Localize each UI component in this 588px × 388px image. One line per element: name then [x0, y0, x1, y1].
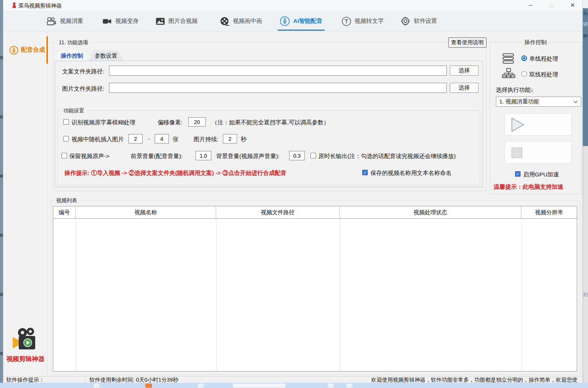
image-folder-path-input[interactable] — [109, 83, 447, 93]
column-header-resolution[interactable]: 视频分辨率 — [521, 206, 577, 218]
insert-images-checkbox[interactable] — [63, 136, 69, 142]
app-brand: 视频剪辑神器 — [3, 328, 48, 363]
column-header-path[interactable]: 视频文件路径 — [216, 206, 340, 218]
save-name-checkbox[interactable]: ✓ — [362, 170, 368, 175]
text-t-icon — [342, 16, 351, 26]
insert-images-unit: 张 — [173, 136, 179, 143]
minimize-button-icon[interactable]: ─ — [522, 0, 539, 10]
film-reel-icon — [220, 16, 230, 26]
video-camera-icon — [102, 17, 112, 25]
edge-text-fragment: 件 — [583, 33, 588, 40]
tab-operation-control[interactable]: 操作控制 — [55, 50, 89, 61]
app-logo-icon — [11, 2, 18, 9]
status-remaining-time: 软件使用剩余时间: 0天0小时1分39秒 — [90, 376, 178, 383]
edge-text-fragment: 刻 — [583, 291, 588, 298]
video-list-table[interactable]: 编号 视频名称 视频文件路径 视频处理状态 视频分辨率 — [53, 206, 577, 372]
offset-pixels-label: 偏移像素: — [158, 119, 182, 127]
maximize-button-icon[interactable]: □ — [543, 0, 560, 10]
function-select[interactable]: 1. 视频消重功能 — [496, 97, 581, 107]
taskbar[interactable] — [0, 383, 588, 388]
text-folder-label: 文案文件夹路径: — [62, 68, 104, 76]
nav-tab-video-transform[interactable]: 视频变身 — [102, 10, 139, 32]
nav-tab-label: 视频变身 — [115, 17, 139, 25]
gear-icon — [400, 16, 410, 26]
tab-parameter-settings[interactable]: 参数设置 — [89, 50, 123, 61]
function-select-label: 选择执行功能↓ — [496, 86, 534, 94]
feature-settings-title: 功能设置 — [61, 107, 86, 114]
nav-tab-video-pip[interactable]: 视频画中画 — [220, 10, 262, 32]
layers-icon — [502, 52, 515, 64]
image-duration-label: 图片持续: — [194, 136, 218, 143]
subtitle-blur-label: 识别视频原字幕模糊处理 — [72, 119, 136, 127]
window-title: 菜鸟视频剪辑神器 — [18, 2, 62, 9]
chevron-down-icon — [573, 100, 578, 103]
save-name-label: 保存的视频名称用文本名称命名 — [370, 169, 452, 177]
main-nav: 视频消重 视频变身 图片合视频 — [3, 10, 582, 32]
nav-tab-video-to-text[interactable]: 视频转文字 — [342, 10, 384, 32]
background-volume-label: 背景音量(视频原声音量): — [216, 152, 280, 160]
function-select-value: 1. 视频消重功能 — [499, 98, 539, 105]
text-folder-browse-button[interactable]: 选择 — [450, 66, 479, 76]
range-separator: - — [148, 136, 150, 142]
offset-note: （注：如果不能完全遮挡字幕,可以调高参数） — [212, 119, 329, 127]
keep-original-audio-label: 保留视频原声-> — [69, 152, 109, 160]
column-header-name[interactable]: 视频名称 — [76, 206, 216, 218]
subtitle-blur-checkbox[interactable] — [63, 119, 69, 125]
nav-tab-settings[interactable]: 软件设置 — [400, 10, 437, 32]
taskbar-item[interactable] — [198, 384, 204, 388]
status-separator — [85, 377, 85, 382]
microphone-icon — [9, 46, 18, 55]
background-volume-input[interactable] — [289, 151, 305, 160]
foreground-volume-label: 前景音量(配音音量): — [131, 152, 183, 160]
image-folder-browse-button[interactable]: 选择 — [450, 83, 479, 93]
video-list-title: 视频列表 — [54, 197, 79, 204]
sidebar-item-label: 配音合成 — [21, 46, 45, 54]
nav-tab-label: 视频转文字 — [355, 17, 384, 25]
close-button-icon[interactable]: ✕ — [564, 0, 581, 10]
edge-text-fragment: 链 — [583, 21, 588, 28]
app-window: 菜鸟视频剪辑神器 ─ □ ✕ 视频消重 视频变身 — [3, 0, 583, 383]
taskbar-item[interactable] — [346, 384, 352, 388]
nav-tab-label: 图片合视频 — [169, 17, 198, 25]
play-icon — [511, 117, 525, 132]
taskbar-item[interactable] — [145, 384, 152, 388]
stop-button[interactable] — [504, 142, 572, 164]
sidebar: 配音合成 视频剪辑神器 — [3, 32, 48, 376]
column-header-status[interactable]: 视频处理状态 — [340, 206, 521, 218]
background-window-gray-area — [583, 146, 588, 383]
offset-pixels-input[interactable] — [188, 117, 206, 127]
edge-text-fragment: 头 — [583, 10, 588, 16]
column-divider — [216, 219, 216, 371]
foreground-volume-input[interactable] — [196, 151, 211, 160]
nav-tab-video-dedup[interactable]: 视频消重 — [46, 10, 83, 32]
single-thread-radio[interactable] — [521, 55, 527, 61]
status-welcome-text: 欢迎使用视频剪辑神器，软件功能非常多，功能都是独立分明的，操作简单，欢迎您使 — [371, 376, 578, 383]
original-length-label: 原时长输出(注：勾选的话配音读完视频还会继续播放) — [318, 152, 456, 160]
nav-tab-ai-dubbing[interactable]: AI智能配音 — [280, 10, 322, 32]
title-bar[interactable]: 菜鸟视频剪辑神器 ─ □ ✕ — [3, 0, 582, 10]
nav-tab-image-to-video[interactable]: 图片合视频 — [155, 10, 198, 32]
insert-images-min-input[interactable] — [128, 134, 143, 143]
taskbar-item[interactable] — [233, 384, 285, 388]
gpu-checkbox[interactable]: ✓ — [515, 171, 521, 177]
function-options-title: 11. 功能选项 — [57, 39, 90, 46]
nav-tab-label: AI智能配音 — [293, 17, 322, 25]
keep-original-audio-checkbox[interactable] — [61, 153, 67, 158]
sidebar-item-dubbing[interactable]: 配音合成 — [3, 36, 48, 64]
status-bar: 软件操作提示： 软件使用剩余时间: 0天0小时1分39秒 欢迎使用视频剪辑神器，… — [3, 376, 582, 383]
help-button[interactable]: 查看使用说明 — [448, 37, 487, 48]
operation-hint: 操作提示: ①导入视频 -> ②选择文案文件夹(随机调用文案) -> ③点击开始… — [64, 169, 286, 177]
start-button[interactable] — [504, 113, 572, 136]
dual-thread-radio[interactable] — [521, 71, 527, 77]
nav-tab-label: 视频消重 — [60, 17, 83, 25]
insert-images-max-input[interactable] — [155, 134, 169, 143]
image-duration-input[interactable] — [223, 134, 237, 143]
taskbar-item[interactable] — [94, 384, 100, 388]
desktop: 头 链 件 刻 菜鸟视频剪辑神器 ─ □ ✕ — [0, 0, 588, 388]
text-folder-path-input[interactable] — [109, 66, 447, 76]
video-camera-logo-icon — [11, 328, 40, 352]
taskbar-item[interactable] — [328, 384, 334, 388]
column-header-index[interactable]: 编号 — [53, 206, 76, 218]
original-length-checkbox[interactable] — [310, 153, 316, 158]
column-divider — [76, 219, 76, 371]
